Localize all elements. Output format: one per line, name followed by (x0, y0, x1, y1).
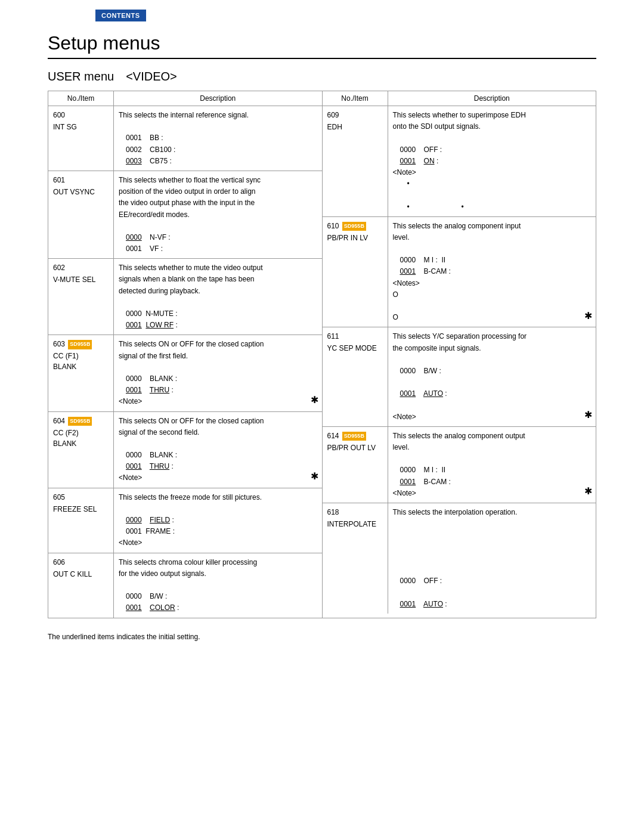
desc-cell: This selects whether to superimpose EDH … (388, 106, 596, 216)
item-cell: 602 V-MUTE SEL (48, 259, 114, 335)
item-cell: 606 OUT C KILL (48, 553, 114, 618)
item-cell: 618 INTERPOLATE (323, 503, 388, 614)
contents-button[interactable]: CONTENTS (95, 10, 146, 21)
title-rule (48, 58, 596, 59)
item-cell: 614 SD955B PB/PR OUT LV (323, 427, 388, 503)
table-row: 605 FREEZE SEL This selects the freeze m… (48, 488, 322, 553)
right-table: No./Item Description 609 EDH This select… (323, 91, 596, 618)
table-row: 610 SD955B PB/PR IN LV This selects the … (323, 217, 596, 328)
item-cell: 603 SD955B CC (F1)BLANK (48, 335, 114, 411)
desc-cell: This selects whether to mute the video o… (114, 259, 322, 335)
desc-cell: This selects whether to float the vertic… (114, 171, 322, 258)
table-row: 603 SD955B CC (F1)BLANK This selects ON … (48, 335, 322, 411)
right-header-description: Description (388, 91, 596, 106)
desc-cell: This selects ON or OFF for the closed ca… (114, 412, 322, 488)
left-table-header: No./Item Description (48, 91, 322, 106)
desc-cell: This selects chroma colour killer proces… (114, 553, 322, 618)
page-title: Setup menus (48, 32, 596, 54)
desc-cell: This selects ON or OFF for the closed ca… (114, 335, 322, 411)
left-header-description: Description (114, 91, 322, 106)
section-subtitle: <VIDEO> (126, 70, 177, 83)
main-table: No./Item Description 600 INT SG This sel… (48, 91, 596, 618)
table-row: 614 SD955B PB/PR OUT LV This selects the… (323, 427, 596, 503)
desc-cell: This selects the freeze mode for still p… (114, 488, 322, 553)
left-table: No./Item Description 600 INT SG This sel… (48, 91, 323, 618)
desc-cell: This selects the analog component input … (388, 217, 596, 327)
table-row: 606 OUT C KILL This selects chroma colou… (48, 553, 322, 618)
desc-cell: This selects Y/C separation processing f… (388, 327, 596, 426)
item-cell: 604 SD955B CC (F2)BLANK (48, 412, 114, 488)
item-cell: 600 INT SG (48, 106, 114, 171)
item-cell: 605 FREEZE SEL (48, 488, 114, 553)
table-row: 602 V-MUTE SEL This selects whether to m… (48, 259, 322, 335)
section-title: USER menu (48, 70, 114, 83)
footer-note: The underlined items indicates the initi… (48, 633, 596, 641)
item-cell: 610 SD955B PB/PR IN LV (323, 217, 388, 327)
right-table-header: No./Item Description (323, 91, 596, 106)
desc-cell: This selects the interpolation operation… (388, 503, 596, 614)
right-header-no-item: No./Item (323, 91, 388, 106)
item-cell: 611 YC SEP MODE (323, 327, 388, 426)
item-cell: 601 OUT VSYNC (48, 171, 114, 258)
table-row: 618 INTERPOLATE This selects the interpo… (323, 503, 596, 614)
item-cell: 609 EDH (323, 106, 388, 216)
desc-cell: This selects the analog component output… (388, 427, 596, 503)
table-row: 609 EDH This selects whether to superimp… (323, 106, 596, 217)
table-row: 611 YC SEP MODE This selects Y/C separat… (323, 327, 596, 427)
left-header-no-item: No./Item (48, 91, 114, 106)
table-row: 601 OUT VSYNC This selects whether to fl… (48, 171, 322, 259)
table-row: 600 INT SG This selects the internal ref… (48, 106, 322, 171)
table-row: 604 SD955B CC (F2)BLANK This selects ON … (48, 412, 322, 488)
desc-cell: This selects the internal reference sign… (114, 106, 322, 171)
